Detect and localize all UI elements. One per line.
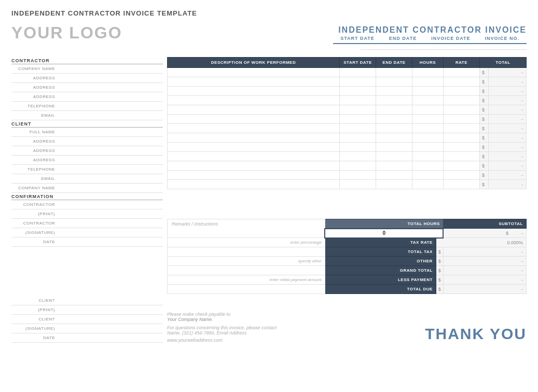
less-payment-amount[interactable]: - (443, 275, 526, 285)
desc-cell-11[interactable] (168, 171, 340, 180)
start-cell-10[interactable] (340, 161, 376, 171)
rate-cell-3[interactable] (444, 96, 480, 105)
remarks-cell[interactable]: Remarks / Instructions (168, 219, 325, 238)
tax-rate-value[interactable]: 0.000% (436, 238, 526, 247)
desc-cell-1[interactable] (168, 77, 340, 87)
end-cell-7[interactable] (376, 133, 412, 143)
rate-cell-5[interactable] (444, 115, 480, 124)
desc-cell-0[interactable] (168, 68, 340, 77)
rate-cell-4[interactable] (444, 105, 480, 115)
hours-cell-1[interactable] (412, 77, 444, 87)
address3-value[interactable] (58, 96, 163, 98)
hours-cell-2[interactable] (412, 87, 444, 96)
telephone-value[interactable] (58, 105, 163, 107)
desc-cell-7[interactable] (168, 133, 340, 143)
end-cell-4[interactable] (376, 105, 412, 115)
end-date-value[interactable] (402, 47, 444, 50)
end-cell-12[interactable] (376, 180, 412, 189)
start-cell-1[interactable] (340, 77, 376, 87)
rate-cell-11[interactable] (444, 171, 480, 180)
conf-contractor-value[interactable] (58, 204, 163, 206)
end-cell-10[interactable] (376, 161, 412, 171)
c-address3-row: ADDRESS (11, 156, 163, 165)
email-value[interactable] (58, 115, 163, 117)
address1-value[interactable] (58, 77, 163, 79)
end-cell-2[interactable] (376, 87, 412, 96)
full-name-value[interactable] (58, 131, 163, 133)
end-cell-3[interactable] (376, 96, 412, 105)
end-cell-8[interactable] (376, 143, 412, 152)
hours-cell-12[interactable] (412, 180, 444, 189)
address2-value[interactable] (58, 87, 163, 89)
start-cell-5[interactable] (340, 115, 376, 124)
rate-cell-6[interactable] (444, 124, 480, 133)
start-cell-8[interactable] (340, 143, 376, 152)
start-cell-7[interactable] (340, 133, 376, 143)
company-name-value[interactable] (58, 68, 163, 70)
total-due-amount: - (443, 285, 526, 294)
desc-cell-10[interactable] (168, 161, 340, 171)
total-tax-row: TOTAL TAX $ - (168, 247, 527, 257)
start-cell-3[interactable] (340, 96, 376, 105)
start-cell-4[interactable] (340, 105, 376, 115)
desc-cell-6[interactable] (168, 124, 340, 133)
desc-cell-5[interactable] (168, 115, 340, 124)
rate-cell-9[interactable] (444, 152, 480, 161)
client-sig-conf-value[interactable] (58, 318, 163, 320)
end-cell-5[interactable] (376, 115, 412, 124)
desc-cell-9[interactable] (168, 152, 340, 161)
c-telephone-value[interactable] (58, 169, 163, 171)
rate-cell-12[interactable] (444, 180, 480, 189)
hours-cell-3[interactable] (412, 96, 444, 105)
c-company-name-value[interactable] (58, 187, 163, 189)
rate-cell-2[interactable] (444, 87, 480, 96)
invoice-date-value[interactable] (444, 47, 485, 50)
hours-cell-5[interactable] (412, 115, 444, 124)
end-cell-11[interactable] (376, 171, 412, 180)
conf-contractor2-value[interactable] (58, 222, 163, 225)
c-email-value[interactable] (58, 178, 163, 180)
hours-cell-0[interactable] (412, 68, 444, 77)
start-cell-12[interactable] (340, 180, 376, 189)
rate-cell-8[interactable] (444, 143, 480, 152)
hours-cell-8[interactable] (412, 143, 444, 152)
total-hours-value[interactable]: 0 (325, 229, 443, 238)
hours-cell-4[interactable] (412, 105, 444, 115)
desc-cell-4[interactable] (168, 105, 340, 115)
conf-date-value[interactable] (58, 241, 163, 243)
start-cell-11[interactable] (340, 171, 376, 180)
client-date-value[interactable] (58, 337, 163, 339)
desc-cell-2[interactable] (168, 87, 340, 96)
hours-cell-11[interactable] (412, 171, 444, 180)
c-address1-value[interactable] (58, 141, 163, 143)
c-address2-value[interactable] (58, 150, 163, 152)
hours-cell-10[interactable] (412, 161, 444, 171)
c-address3-value[interactable] (58, 159, 163, 161)
hours-cell-7[interactable] (412, 133, 444, 143)
rate-cell-1[interactable] (444, 77, 480, 87)
invoice-no-value[interactable] (485, 47, 527, 50)
conf-signature-value[interactable] (58, 232, 163, 234)
desc-cell-8[interactable] (168, 143, 340, 152)
start-cell-0[interactable] (340, 68, 376, 77)
rate-cell-0[interactable] (444, 68, 480, 77)
rate-cell-10[interactable] (444, 161, 480, 171)
end-cell-6[interactable] (376, 124, 412, 133)
conf-contractor-print-value[interactable] (58, 213, 163, 215)
client-signature-value[interactable] (58, 328, 163, 330)
table-row: $ - (168, 124, 527, 133)
start-cell-6[interactable] (340, 124, 376, 133)
hours-cell-9[interactable] (412, 152, 444, 161)
client-conf-value[interactable] (58, 300, 163, 302)
client-print-value[interactable] (58, 309, 163, 311)
desc-cell-3[interactable] (168, 96, 340, 105)
end-cell-1[interactable] (376, 77, 412, 87)
start-cell-2[interactable] (340, 87, 376, 96)
end-cell-9[interactable] (376, 152, 412, 161)
end-cell-0[interactable] (376, 68, 412, 77)
start-cell-9[interactable] (340, 152, 376, 161)
rate-cell-7[interactable] (444, 133, 480, 143)
desc-cell-12[interactable] (168, 180, 340, 189)
hours-cell-6[interactable] (412, 124, 444, 133)
start-date-value[interactable] (361, 47, 402, 50)
